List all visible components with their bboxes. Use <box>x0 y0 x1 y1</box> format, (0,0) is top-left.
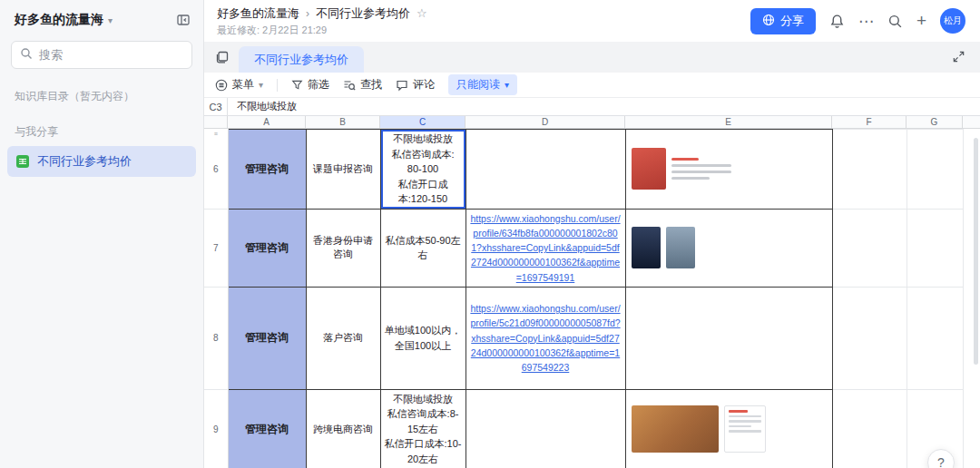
cell-industry[interactable]: 落户咨询 <box>306 287 380 389</box>
comment-button[interactable]: 评论 <box>396 77 435 93</box>
cell-attachments[interactable] <box>625 287 832 389</box>
product-photo-thumbnail[interactable] <box>632 405 719 453</box>
comment-label: 评论 <box>413 77 435 93</box>
cell-empty[interactable] <box>906 130 963 210</box>
cell-link[interactable]: https://www.xiaohongshu.com/user/profile… <box>466 287 625 389</box>
cell-category[interactable]: 管理咨询 <box>228 287 306 389</box>
cell-industry[interactable]: 课题申报咨询 <box>306 130 380 210</box>
sheet-grid: ≡ 6 管理咨询 课题申报咨询 不限地域投放 私信咨询成本: 80-100 私信… <box>204 129 980 468</box>
cell-empty[interactable] <box>832 287 906 389</box>
sheet-tabbar: 不同行业参考均价 <box>204 42 980 73</box>
workspace-switcher[interactable]: 好多鱼的流量海 ▾ <box>15 12 113 28</box>
favorite-star-icon[interactable]: ☆ <box>416 6 427 20</box>
create-new-icon[interactable]: + <box>916 11 926 31</box>
cell-empty[interactable] <box>832 209 906 287</box>
breadcrumb-root[interactable]: 好多鱼的流量海 <box>217 5 299 22</box>
globe-icon <box>762 14 775 29</box>
formula-bar: C3 不限地域投放 <box>204 98 980 116</box>
cell-attachments[interactable] <box>625 209 832 287</box>
note-screenshot-thumbnail[interactable] <box>632 148 666 190</box>
column-header-D[interactable]: D <box>466 116 625 128</box>
cell-link[interactable]: https://www.xiaohongshu.com/user/profile… <box>466 209 625 287</box>
profile-link[interactable]: https://www.xiaohongshu.com/user/profile… <box>470 303 620 373</box>
select-all-corner[interactable] <box>204 116 228 128</box>
filter-label: 筛选 <box>308 77 329 93</box>
search-placeholder: 搜索 <box>39 47 63 63</box>
sheet-toolbar: 菜单 ▾ 筛选 查找 评论 <box>204 73 980 98</box>
hidden-rows-icon[interactable]: ≡ <box>214 131 218 137</box>
column-header-G[interactable]: G <box>906 116 963 128</box>
cell-empty[interactable] <box>832 130 906 210</box>
sheet-list-icon[interactable] <box>215 50 230 64</box>
table-row: ≡ 6 管理咨询 课题申报咨询 不限地域投放 私信咨询成本: 80-100 私信… <box>204 130 963 210</box>
row-header-9[interactable]: 9 <box>204 389 228 468</box>
cell-reference-box[interactable]: C3 <box>204 98 228 115</box>
more-options-icon[interactable]: ⋯ <box>858 12 874 31</box>
menu-button[interactable]: 菜单 ▾ <box>215 77 263 93</box>
app-window: 好多鱼的流量海 ▾ 搜索 知识库目录（暂无内容） 与我分享 <box>0 0 980 468</box>
table-row: 9 管理咨询 跨境电商咨询 不限地域投放 私信咨询成本:8-15左右 私信开口成… <box>204 389 963 468</box>
breadcrumb-current[interactable]: 不同行业参考均价 <box>316 5 410 22</box>
row-header-8[interactable]: 8 <box>204 287 228 389</box>
find-button[interactable]: 查找 <box>343 77 382 93</box>
cell-cost-selected[interactable]: 不限地域投放 私信咨询成本: 80-100 私信开口成本:120-150 <box>380 130 466 210</box>
cell-empty[interactable] <box>832 389 906 468</box>
cell-cost[interactable]: 单地域100以内，全国100以上 <box>380 287 466 389</box>
cell-industry[interactable]: 香港身份申请咨询 <box>306 209 380 287</box>
find-label: 查找 <box>360 77 382 93</box>
sidebar-item-shared-doc[interactable]: 不同行业参考均价 <box>7 146 196 177</box>
tab-active-sheet[interactable]: 不同行业参考均价 <box>239 46 364 73</box>
share-button[interactable]: 分享 <box>750 8 816 34</box>
profile-link[interactable]: https://www.xiaohongshu.com/user/profile… <box>470 213 620 283</box>
doc-header: 好多鱼的流量海 › 不同行业参考均价 ☆ 最近修改: 2月22日 21:29 分… <box>204 0 980 42</box>
notifications-bell-icon[interactable] <box>829 14 845 29</box>
cell-link[interactable] <box>466 389 625 468</box>
cell-category[interactable]: 管理咨询 <box>228 209 306 287</box>
filter-button[interactable]: 筛选 <box>291 77 329 93</box>
share-button-label: 分享 <box>780 13 804 29</box>
workspace-title: 好多鱼的流量海 <box>15 12 103 28</box>
formula-value[interactable]: 不限地域投放 <box>228 98 297 115</box>
tab-label: 不同行业参考均价 <box>254 52 348 68</box>
cell-link[interactable] <box>466 130 625 210</box>
cell-category[interactable]: 管理咨询 <box>228 389 306 468</box>
avatar[interactable]: 松月 <box>940 8 965 34</box>
readonly-label: 只能阅读 <box>456 77 500 93</box>
fullscreen-expand-icon[interactable] <box>952 50 965 63</box>
row-header-6[interactable]: ≡ 6 <box>204 130 228 210</box>
document-screenshot-thumbnail[interactable] <box>724 405 766 453</box>
column-header-F[interactable]: F <box>832 116 906 128</box>
search-input[interactable]: 搜索 <box>11 41 192 69</box>
sidebar-item-label: 不同行业参考均价 <box>37 153 132 170</box>
table-row: 8 管理咨询 落户咨询 单地域100以内，全国100以上 https://www… <box>204 287 963 389</box>
cell-attachments[interactable] <box>625 130 832 210</box>
toolbar-divider <box>277 79 278 92</box>
cell-attachments[interactable] <box>625 389 832 468</box>
sidebar: 好多鱼的流量海 ▾ 搜索 知识库目录（暂无内容） 与我分享 <box>0 0 204 468</box>
cell-cost[interactable]: 私信成本50-90左右 <box>380 209 466 287</box>
cell-industry[interactable]: 跨境电商咨询 <box>306 389 380 468</box>
column-header-C[interactable]: C <box>380 116 466 128</box>
breadcrumb-chevron-icon: › <box>306 7 309 20</box>
shared-section-label: 与我分享 <box>0 108 203 146</box>
last-modified-text: 最近修改: 2月22日 21:29 <box>217 24 427 37</box>
row-header-7[interactable]: 7 <box>204 209 228 287</box>
catalog-empty-note: 知识库目录（暂无内容） <box>0 78 203 108</box>
permission-readonly-badge[interactable]: 只能阅读 ▾ <box>448 74 517 95</box>
main-area: 好多鱼的流量海 › 不同行业参考均价 ☆ 最近修改: 2月22日 21:29 分… <box>204 0 980 468</box>
column-header-A[interactable]: A <box>228 116 306 128</box>
photo-thumbnail[interactable] <box>632 227 661 268</box>
table-row: 7 管理咨询 香港身份申请咨询 私信成本50-90左右 https://www.… <box>204 209 963 287</box>
column-headers: A B C D E F G <box>204 116 980 129</box>
cell-empty[interactable] <box>906 209 963 287</box>
column-header-E[interactable]: E <box>625 116 832 128</box>
chevron-down-icon: ▾ <box>259 80 263 90</box>
collapse-sidebar-icon[interactable] <box>176 13 191 27</box>
cell-cost[interactable]: 不限地域投放 私信咨询成本:8-15左右 私信开口成本:10-20左右 <box>380 389 466 468</box>
cell-category[interactable]: 管理咨询 <box>228 130 306 210</box>
cell-empty[interactable] <box>906 287 963 389</box>
photo-thumbnail[interactable] <box>666 227 695 268</box>
global-search-icon[interactable] <box>887 14 903 29</box>
vertical-scrollbar[interactable] <box>974 138 978 365</box>
column-header-B[interactable]: B <box>306 116 380 128</box>
